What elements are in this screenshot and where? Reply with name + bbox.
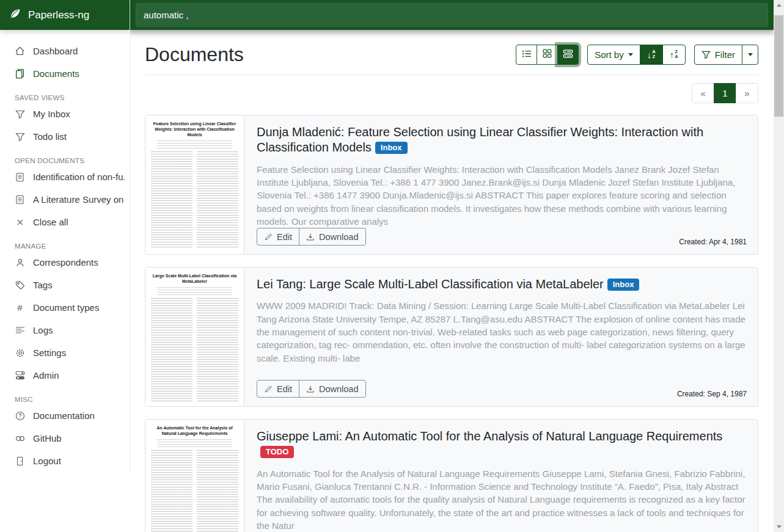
view-list-button[interactable] [516,45,537,65]
saved-views-header: SAVED VIEWS [0,94,130,101]
sidebar-item-dashboard[interactable]: Dashboard [0,40,130,62]
view-toggle-group [516,45,579,65]
created-date: Created: Sep 4, 1987 [677,390,747,398]
document-title-link[interactable]: Lei Tang: Large Scale Multi-Label Classi… [257,277,604,291]
header-divider [145,75,758,75]
close-icon [15,217,25,227]
sidebar-item-open-doc-2[interactable]: A Literature Survey on ... [0,188,130,211]
document-snippet: An Automatic Tool for the Analysis of Na… [257,467,746,532]
door-icon [15,456,25,466]
pencil-icon [264,233,273,241]
document-thumbnail[interactable]: Large Scale Multi-Label Classification v… [145,268,244,406]
download-button[interactable]: Download [299,380,366,398]
pencil-icon [264,385,273,393]
sort-descending-button[interactable]: ↓ AZ [640,45,663,65]
document-thumbnail[interactable]: An Automatic Tool for the Analysis of Na… [145,420,244,532]
grid-view-icon [543,49,552,60]
document-title-row: Giuseppe Lami: An Automatic Tool for the… [257,429,746,460]
tag-badge-todo[interactable]: TODO [260,446,294,458]
thumbnail-text-columns [151,450,238,532]
sidebar-item-document-types[interactable]: # Document types [0,296,130,319]
sidebar-item-my-inbox[interactable]: My Inbox [0,103,130,125]
document-title-link[interactable]: Dunja Mladenić: Feature Selection using … [257,125,703,154]
sidebar: Paperless-ng Dashboard Documents SAVED V… [0,0,130,472]
page-title: Documents [145,43,244,66]
question-circle-icon [15,410,25,421]
document-snippet: WWW 2009 MADRID! Track: Data Mining / Se… [257,299,746,364]
sidebar-item-admin[interactable]: Admin [0,364,130,387]
funnel-icon [15,109,25,119]
sidebar-item-logout[interactable]: Logout [0,450,130,472]
document-thumbnail[interactable]: Feature Selection using Linear Classifie… [145,115,244,254]
filter-dropdown-button[interactable] [742,45,758,65]
thumbnail-authors-block [157,140,232,148]
file-text-icon [15,194,25,205]
sidebar-item-settings[interactable]: Settings [0,341,130,364]
details-view-icon [563,49,573,60]
download-icon [306,233,315,241]
thumbnail-authors-block [157,287,232,295]
card-actions: Edit Download [257,380,746,398]
file-text-icon [15,172,25,182]
sidebar-item-documentation[interactable]: Documentation [0,404,130,427]
caret-down-icon [628,53,633,56]
download-button[interactable]: Download [299,228,366,246]
pagination-page-1-button[interactable]: 1 [714,83,736,103]
funnel-icon [702,50,711,59]
scrollbar-up-arrow[interactable] [774,0,784,10]
open-documents-header: OPEN DOCUMENTS [0,157,130,164]
filter-button[interactable]: Filter [694,45,742,65]
funnel-icon [15,131,25,142]
thumbnail-text-columns [151,151,238,249]
search-input[interactable] [136,3,768,27]
brand-link[interactable]: Paperless-ng [0,0,130,30]
download-icon [306,385,315,393]
scrollbar-thumb[interactable] [774,15,783,117]
document-card: An Automatic Tool for the Analysis of Na… [145,419,758,532]
documents-icon [15,68,25,79]
document-snippet: Feature Selection using Linear Classifie… [257,163,746,228]
page-scrollbar[interactable] [774,0,784,532]
sort-by-button[interactable]: Sort by [587,45,640,65]
sidebar-item-logs[interactable]: Logs [0,319,130,341]
main-content: Documents Sort by [130,30,774,532]
view-details-button[interactable] [557,45,579,65]
view-grid-button[interactable] [537,45,558,65]
edit-button[interactable]: Edit [257,380,299,398]
sort-ascending-button[interactable]: ↑ ZA [662,45,686,65]
misc-header: MISC [0,396,130,403]
pagination-prev-button[interactable]: « [692,83,714,103]
thumbnail-title: Large Scale Multi-Label Classification v… [151,273,238,284]
hash-icon: # [15,302,25,313]
document-title-row: Dunja Mladenić: Feature Selection using … [257,125,746,156]
sidebar-item-close-all[interactable]: Close all [0,211,130,233]
edit-button[interactable]: Edit [257,228,299,246]
document-title-row: Lei Tang: Large Scale Multi-Label Classi… [257,277,746,292]
sidebar-item-todo-list[interactable]: Todo list [0,125,130,148]
toolbar: Sort by ↓ AZ ↑ ZA [516,45,758,65]
scrollbar-down-arrow[interactable] [774,522,784,532]
text-lines-icon [15,325,25,335]
caret-down-icon [748,53,753,56]
paperless-leaf-icon [9,7,21,23]
sidebar-item-open-doc-1[interactable]: Identification of non-fu... [0,166,130,188]
link-icon [15,433,25,443]
home-icon [15,46,25,56]
sidebar-item-correspondents[interactable]: Correspondents [0,251,130,274]
sort-group: Sort by ↓ AZ ↑ ZA [587,45,686,65]
tag-badge-inbox[interactable]: Inbox [607,279,640,291]
top-navbar [130,0,774,30]
toggles-icon [15,370,25,381]
sidebar-item-documents[interactable]: Documents [0,62,130,85]
tag-badge-inbox[interactable]: Inbox [375,142,408,154]
sidebar-item-github[interactable]: GitHub [0,427,130,450]
sort-alpha-down-icon: ↓ AZ [647,49,656,59]
sidebar-item-tags[interactable]: Tags [0,274,130,296]
brand-title: Paperless-ng [28,9,89,21]
sort-alpha-up-icon: ↑ ZA [670,49,678,59]
sidebar-nav: Dashboard Documents SAVED VIEWS My Inbox… [0,30,130,472]
thumbnail-title: Feature Selection using Linear Classifie… [151,121,238,137]
pagination-next-button[interactable]: » [736,83,758,103]
filter-group: Filter [694,45,758,65]
document-title-link[interactable]: Giuseppe Lami: An Automatic Tool for the… [257,429,722,443]
